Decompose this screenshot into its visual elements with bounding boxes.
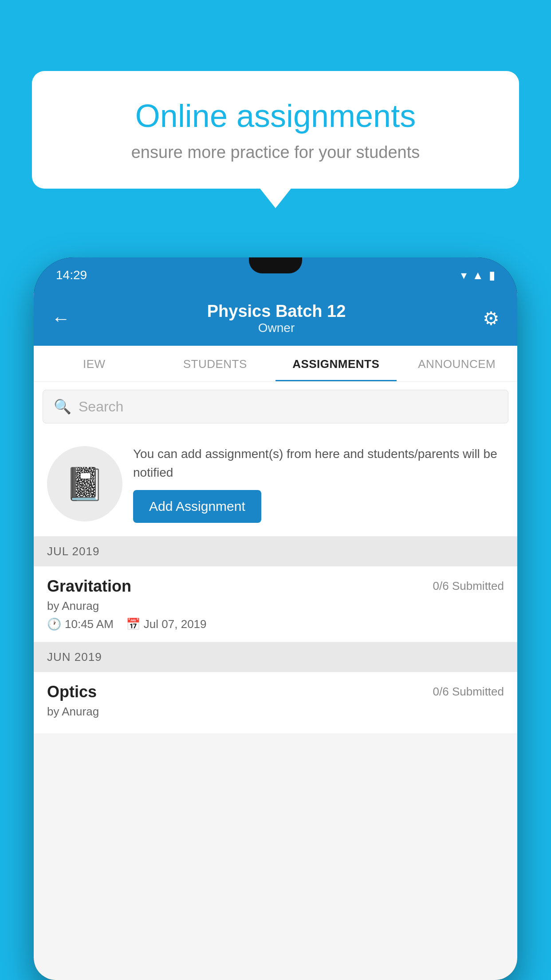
battery-icon: ▮ — [489, 269, 495, 282]
notch — [249, 257, 302, 273]
assignment-name-gravitation: Gravitation — [47, 577, 131, 596]
phone-inner: ← Physics Batch 12 Owner ⚙ IEW STUDENTS … — [34, 293, 517, 980]
assignment-time-gravitation: 🕐 10:45 AM — [47, 617, 114, 631]
gear-icon[interactable]: ⚙ — [483, 308, 500, 329]
tab-assignments[interactable]: ASSIGNMENTS — [276, 346, 397, 381]
assignment-item-optics[interactable]: Optics 0/6 Submitted by Anurag — [34, 672, 517, 734]
header-subtitle: Owner — [207, 321, 346, 335]
assignment-name-optics: Optics — [47, 683, 97, 701]
tab-announcements[interactable]: ANNOUNCEM — [397, 346, 518, 381]
status-time: 14:29 — [56, 268, 87, 282]
tab-iew[interactable]: IEW — [34, 346, 155, 381]
add-assignment-button[interactable]: Add Assignment — [133, 490, 261, 523]
assignment-submitted-optics: 0/6 Submitted — [433, 683, 504, 699]
speech-bubble-subtitle: ensure more practice for your students — [63, 143, 488, 162]
wifi-icon: ▾ — [461, 269, 467, 282]
header-center: Physics Batch 12 Owner — [207, 302, 346, 335]
promo-card: 📓 You can add assignment(s) from here an… — [34, 431, 517, 537]
back-button[interactable]: ← — [51, 308, 70, 329]
promo-icon-circle: 📓 — [47, 446, 122, 522]
clock-icon: 🕐 — [47, 617, 61, 631]
signal-icon: ▲ — [472, 269, 484, 282]
app-header: ← Physics Batch 12 Owner ⚙ — [34, 293, 517, 346]
status-icons: ▾ ▲ ▮ — [461, 269, 495, 282]
search-icon: 🔍 — [54, 398, 71, 415]
search-bar-container: 🔍 Search — [34, 382, 517, 431]
search-placeholder: Search — [79, 399, 123, 415]
phone-frame: 14:29 ▾ ▲ ▮ ← Physics Batch 12 Owner ⚙ I… — [34, 257, 517, 980]
promo-text-area: You can add assignment(s) from here and … — [133, 445, 504, 523]
assignment-submitted-gravitation: 0/6 Submitted — [433, 577, 504, 593]
tabs-container: IEW STUDENTS ASSIGNMENTS ANNOUNCEM — [34, 346, 517, 382]
assignment-item-gravitation[interactable]: Gravitation 0/6 Submitted by Anurag 🕐 10… — [34, 566, 517, 642]
section-header-jun: JUN 2019 — [34, 642, 517, 672]
assignment-row-top: Gravitation 0/6 Submitted — [47, 577, 504, 596]
assignment-date-gravitation: 📅 Jul 07, 2019 — [126, 617, 207, 631]
assignment-row-top-optics: Optics 0/6 Submitted — [47, 683, 504, 701]
assignment-by-gravitation: by Anurag — [47, 599, 504, 613]
calendar-icon: 📅 — [126, 617, 140, 631]
assignment-date-text: Jul 07, 2019 — [144, 617, 207, 631]
assignment-time-text: 10:45 AM — [65, 617, 114, 631]
speech-bubble-title: Online assignments — [63, 98, 488, 134]
section-header-jul: JUL 2019 — [34, 537, 517, 566]
speech-bubble: Online assignments ensure more practice … — [32, 71, 519, 189]
speech-bubble-container: Online assignments ensure more practice … — [32, 71, 519, 189]
assignment-meta-gravitation: 🕐 10:45 AM 📅 Jul 07, 2019 — [47, 617, 504, 631]
header-title: Physics Batch 12 — [207, 302, 346, 321]
status-bar: 14:29 ▾ ▲ ▮ — [34, 257, 517, 293]
tab-students[interactable]: STUDENTS — [155, 346, 276, 381]
notebook-icon: 📓 — [65, 465, 105, 503]
assignment-by-optics: by Anurag — [47, 705, 504, 719]
search-bar[interactable]: 🔍 Search — [43, 390, 508, 423]
promo-description: You can add assignment(s) from here and … — [133, 445, 504, 482]
phone-screen: ← Physics Batch 12 Owner ⚙ IEW STUDENTS … — [34, 293, 517, 980]
